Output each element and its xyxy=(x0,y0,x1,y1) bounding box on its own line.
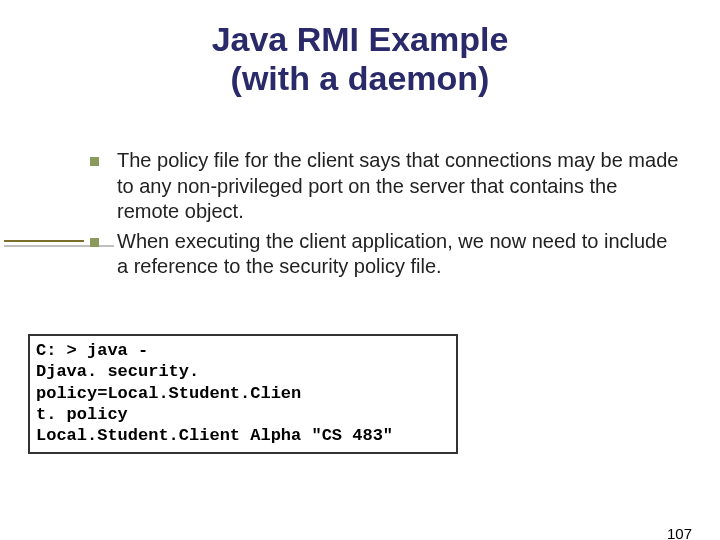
content-area: The policy file for the client says that… xyxy=(90,148,684,284)
page-number: 107 xyxy=(667,525,692,540)
rule-olive xyxy=(4,240,84,242)
slide: Java RMI Example (with a daemon) The pol… xyxy=(0,20,720,540)
slide-title: Java RMI Example (with a daemon) xyxy=(0,20,720,98)
bullet-text: The policy file for the client says that… xyxy=(117,148,684,225)
bullet-item: When executing the client application, w… xyxy=(90,229,684,280)
square-bullet-icon xyxy=(90,238,99,247)
bullet-text: When executing the client application, w… xyxy=(117,229,684,280)
title-line-2: (with a daemon) xyxy=(231,59,490,97)
title-line-1: Java RMI Example xyxy=(212,20,509,58)
square-bullet-icon xyxy=(90,157,99,166)
bullet-item: The policy file for the client says that… xyxy=(90,148,684,225)
code-block: C: > java - Djava. security. policy=Loca… xyxy=(28,334,458,454)
